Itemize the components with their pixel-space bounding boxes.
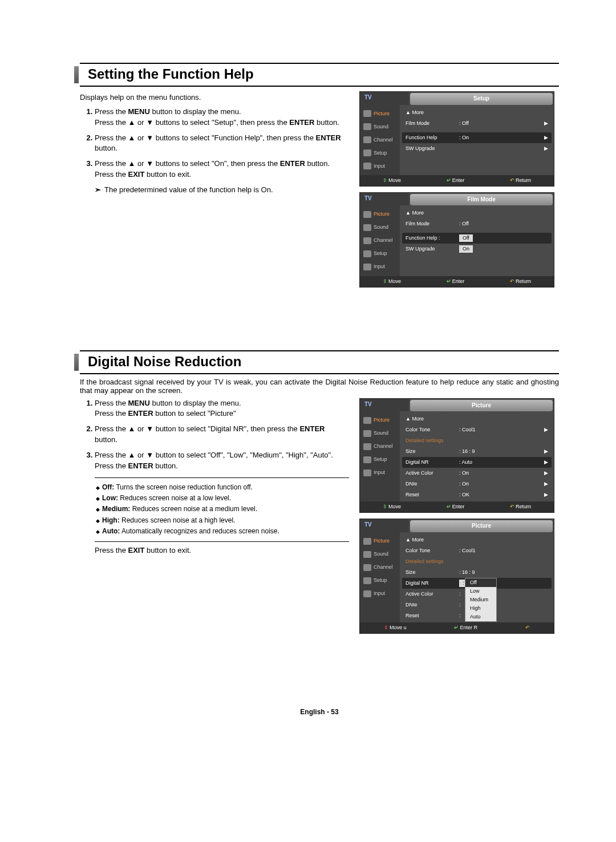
osd-side-item[interactable]: Sound (360, 120, 400, 133)
osd-row[interactable]: Size: 16 : 9▶ (402, 446, 552, 457)
section-digital-nr: Digital Noise Reduction If the broadcast… (80, 350, 559, 640)
osd-panel: TVPicturePictureSoundChannelSetupInput▲ … (359, 398, 554, 513)
chevron-right-icon: ▶ (544, 145, 548, 152)
option-item: ◆Low: Reduces screen noise at a low leve… (96, 493, 349, 503)
osd-row[interactable]: Size: 16 : 9 (402, 567, 552, 578)
osd-dropdown[interactable]: OffLowMediumHighAuto (465, 578, 497, 622)
osd-side-item[interactable]: Setup (360, 147, 400, 160)
footer-return: Return (510, 503, 531, 511)
osd-row[interactable]: Detailed settings (402, 435, 552, 446)
osd-side-item[interactable]: Input (360, 466, 400, 479)
osd-row[interactable]: Function Help: On▶ (402, 132, 552, 143)
osd-row[interactable]: Function Help :Off (402, 233, 552, 244)
footer-enter: Enter (447, 503, 465, 511)
option-item: ◆High: Reduces screen noise at a high le… (96, 516, 349, 525)
dropdown-item[interactable]: Off (465, 578, 496, 587)
osd-side-item[interactable]: Picture (360, 208, 400, 221)
osd-side-item[interactable]: Setup (360, 247, 400, 260)
dropdown-item[interactable]: Low (465, 587, 496, 596)
osd-title: Picture (410, 520, 553, 532)
osd-row-label: Function Help : (406, 234, 457, 242)
osd-side-item[interactable]: Channel (360, 440, 400, 453)
osd-row[interactable]: Detailed settings (402, 556, 552, 567)
osd-row[interactable]: SW UpgradeOn (402, 244, 552, 254)
header-bar-icon (74, 354, 79, 371)
footer-move: Move (383, 278, 401, 285)
osd-row-value-box[interactable]: Off (459, 234, 473, 242)
osd-row[interactable]: SW Upgrade▶ (402, 143, 552, 154)
footer-move: Move (383, 503, 401, 511)
osd-side-item[interactable]: Setup (360, 574, 400, 587)
footer-return (525, 624, 530, 632)
osd-side-item[interactable]: Input (360, 160, 400, 173)
osd-row[interactable]: ▲ More (402, 208, 552, 218)
dropdown-item[interactable]: High (465, 604, 496, 613)
osd-row[interactable]: ▲ More (402, 535, 552, 545)
osd-row[interactable]: ▲ More (402, 414, 552, 424)
side-label: Sound (374, 430, 388, 437)
step-item: Press the MENU button to display the men… (95, 398, 349, 420)
osd-row[interactable]: Color Tone: Cool1 (402, 545, 552, 556)
osd-side-item[interactable]: Picture (360, 535, 400, 548)
side-label: Setup (374, 577, 387, 584)
side-label: Input (374, 263, 385, 270)
osd-row[interactable]: ▲ More (402, 107, 552, 118)
osd-row[interactable] (402, 129, 552, 132)
osd-row-value-box[interactable]: On (459, 245, 473, 253)
side-label: Picture (374, 110, 390, 118)
side-icon (363, 564, 371, 571)
footer-move: Move (383, 177, 401, 184)
dropdown-item[interactable]: Medium (465, 596, 496, 604)
osd-row[interactable]: Digital NR: OffOffLowMediumHighAuto (402, 578, 552, 589)
side-label: Channel (374, 237, 393, 244)
osd-side-item[interactable]: Sound (360, 548, 400, 561)
osd-side-item[interactable]: Sound (360, 427, 400, 440)
osd-side-item[interactable]: Channel (360, 234, 400, 247)
intro-text: Displays help on the menu functions. (80, 92, 349, 103)
step-item: Press the MENU button to display the men… (95, 107, 349, 128)
osd-row-label: Reset (406, 612, 457, 620)
dropdown-item[interactable]: Auto (465, 613, 496, 621)
osd-row[interactable]: Reset: OK▶ (402, 489, 552, 500)
osd-row-value: : 16 : 9 (459, 569, 548, 576)
side-label: Sound (374, 550, 388, 558)
osd-main: ▲ MoreFilm Mode: OffFunction Help :OffSW… (400, 205, 554, 276)
osd-side-item[interactable]: Sound (360, 221, 400, 234)
osd-row[interactable]: Color Tone: Cool1▶ (402, 424, 552, 435)
osd-row-value: : Off (459, 120, 542, 127)
osd-side-item[interactable]: Channel (360, 561, 400, 574)
osd-sidebar: PictureSoundChannelSetupInput (360, 532, 400, 622)
osd-side-item[interactable]: Input (360, 587, 400, 600)
osd-row-label: Film Mode (406, 220, 457, 228)
step-item: Press the ▲ or ▼ buttons to select "Func… (95, 133, 349, 155)
osd-side-item[interactable]: Picture (360, 107, 400, 120)
footer-move: Move u (384, 624, 407, 632)
osd-row-label: ▲ More (406, 536, 457, 544)
chevron-right-icon: ▶ (544, 480, 548, 488)
osd-row-label: Active Color (406, 590, 457, 598)
osd-row-label: Color Tone (406, 426, 457, 434)
side-label: Picture (374, 537, 390, 545)
osd-side-item[interactable]: Input (360, 260, 400, 273)
side-icon (363, 136, 371, 143)
osd-row-label: Reset (406, 491, 457, 499)
osd-row[interactable]: Film Mode: Off (402, 218, 552, 229)
osd-row-label: Digital NR (406, 580, 457, 587)
osd-row-label: DNIe (406, 601, 457, 609)
footer-return: Return (510, 177, 531, 184)
osd-row-label: ▲ More (406, 209, 457, 217)
side-label: Picture (374, 416, 390, 424)
osd-row-label: SW Upgrade (406, 245, 457, 253)
osd-row[interactable]: Digital NR: Auto▶ (402, 457, 552, 468)
option-item: ◆Off: Turns the screen noise reduction f… (96, 483, 349, 492)
osd-side-item[interactable]: Setup (360, 453, 400, 466)
side-label: Setup (374, 149, 387, 157)
side-icon (363, 456, 371, 463)
osd-side-item[interactable]: Channel (360, 133, 400, 147)
steps-list: Press the MENU button to display the men… (80, 398, 349, 472)
osd-row[interactable]: Film Mode: Off▶ (402, 118, 552, 129)
osd-side-item[interactable]: Picture (360, 414, 400, 427)
osd-row[interactable]: DNIe: On▶ (402, 479, 552, 489)
osd-row[interactable]: Active Color: On▶ (402, 468, 552, 479)
footer-enter: Enter (447, 278, 465, 285)
